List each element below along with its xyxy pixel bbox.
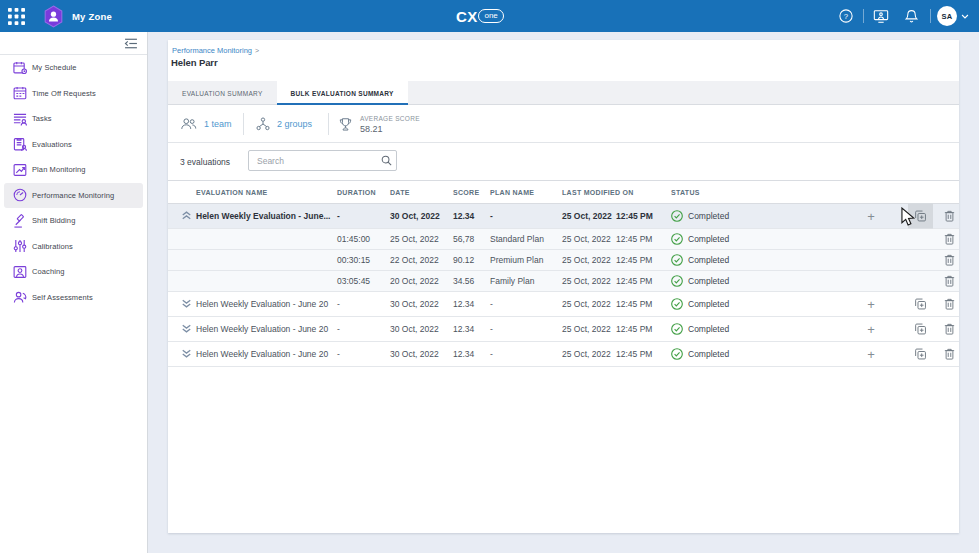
table-row[interactable]: Helen Weekly Evaluation - June...-30 Oct… — [168, 204, 959, 229]
modified-date-value: 25 Oct, 2022 — [562, 211, 612, 221]
copy-icon[interactable] — [908, 292, 933, 317]
sidebar-item-label: Plan Monitoring — [32, 165, 86, 174]
table-subrow[interactable]: 01:45:0025 Oct, 202256,78Standard Plan25… — [168, 229, 959, 250]
trash-icon[interactable] — [941, 298, 957, 310]
sidebar-item-label: Tasks — [32, 114, 52, 123]
notifications-bell-icon[interactable] — [904, 0, 918, 32]
duration-value: 01:45:00 — [337, 234, 370, 244]
trash-icon[interactable] — [941, 254, 957, 266]
stats-row: 1 team 2 groups AVERAGE SCORE 58.21 — [168, 105, 959, 143]
add-icon[interactable]: + — [864, 322, 878, 337]
col-status[interactable]: STATUS — [671, 189, 700, 196]
tasks-icon — [13, 112, 27, 126]
copy-icon[interactable] — [908, 342, 933, 367]
trash-icon[interactable] — [941, 210, 957, 222]
sidebar-item-performance-monitoring[interactable]: Performance Monitoring — [4, 183, 143, 209]
groups-icon — [256, 117, 270, 131]
trash-icon[interactable] — [941, 323, 957, 335]
col-date[interactable]: DATE — [390, 189, 410, 196]
help-icon[interactable]: ? — [838, 0, 854, 32]
expand-row-icon[interactable] — [181, 349, 192, 360]
sidebar-item-calibrations[interactable]: Calibrations — [4, 234, 143, 260]
sidebar-item-label: My Schedule — [32, 63, 76, 72]
breadcrumb[interactable]: Performance Monitoring> — [172, 46, 259, 55]
table-header: EVALUATION NAME DURATION DATE SCORE PLAN… — [168, 180, 959, 204]
trash-icon[interactable] — [941, 275, 957, 287]
time-off-requests-icon — [13, 86, 27, 100]
screen-share-icon[interactable] — [872, 0, 889, 32]
status-badge: Completed — [671, 275, 729, 287]
sidebar-item-tasks[interactable]: Tasks — [4, 106, 143, 132]
topbar-separator — [930, 9, 931, 23]
breadcrumb-chevron-icon: > — [255, 47, 259, 54]
add-icon[interactable]: + — [864, 347, 878, 362]
plan-monitoring-icon — [13, 163, 27, 177]
col-evaluation-name[interactable]: EVALUATION NAME — [196, 189, 268, 196]
modified-time-value: 12:45 PM — [616, 234, 652, 244]
user-avatar[interactable]: SA — [937, 0, 957, 32]
tab-bulk-evaluation-summary[interactable]: BULK EVALUATION SUMMARY — [277, 81, 408, 105]
sidebar-item-my-schedule[interactable]: My Schedule — [4, 55, 143, 81]
table-subrow[interactable]: 03:05:4520 Oct, 202234.56Family Plan25 O… — [168, 271, 959, 292]
table-row[interactable]: Helen Weekly Evaluation - June 20-30 Oct… — [168, 342, 959, 367]
table-row[interactable]: Helen Weekly Evaluation - June 20-30 Oct… — [168, 292, 959, 317]
stats-separator — [243, 113, 244, 135]
trash-icon[interactable] — [941, 233, 957, 245]
expand-row-icon[interactable] — [181, 299, 192, 310]
average-score-label: AVERAGE SCORE — [360, 114, 420, 123]
team-stat[interactable]: 1 team — [180, 105, 232, 143]
table-row[interactable]: Helen Weekly Evaluation - June 20-30 Oct… — [168, 317, 959, 342]
status-completed-icon — [671, 254, 683, 266]
plan-name-value: Premium Plan — [490, 255, 543, 265]
sidebar-item-coaching[interactable]: Coaching — [4, 259, 143, 285]
col-score[interactable]: SCORE — [453, 189, 479, 196]
performance-monitoring-icon — [13, 188, 27, 202]
search-icon[interactable] — [376, 155, 396, 166]
status-badge: Completed — [671, 210, 729, 222]
sidebar-item-plan-monitoring[interactable]: Plan Monitoring — [4, 157, 143, 183]
cxone-logo: CX one — [456, 0, 504, 32]
copy-icon[interactable] — [908, 317, 933, 342]
average-score-value: 58.21 — [360, 123, 420, 135]
search-input[interactable] — [249, 156, 376, 166]
trophy-icon — [338, 117, 353, 132]
evaluations-icon — [13, 137, 27, 151]
expand-row-icon[interactable] — [181, 324, 192, 335]
col-plan-name[interactable]: PLAN NAME — [490, 189, 534, 196]
status-badge: Completed — [671, 233, 729, 245]
plan-name-value: Family Plan — [490, 276, 534, 286]
my-schedule-icon — [13, 61, 27, 75]
add-icon[interactable]: + — [864, 209, 878, 224]
average-score-stat: AVERAGE SCORE 58.21 — [338, 105, 420, 143]
search-box[interactable] — [248, 150, 397, 171]
table-subrow[interactable]: 00:30:1522 Oct, 202290.12Premium Plan25 … — [168, 250, 959, 271]
sidebar-item-self-assessments[interactable]: Self Assessments — [4, 285, 143, 311]
col-last-modified[interactable]: LAST MODIFIED ON — [562, 189, 634, 196]
col-duration[interactable]: DURATION — [337, 189, 376, 196]
modified-date-value: 25 Oct, 2022 — [562, 276, 611, 286]
sidebar-item-shift-bidding[interactable]: Shift Bidding — [4, 208, 143, 234]
modified-date-value: 25 Oct, 2022 — [562, 299, 611, 309]
sidebar-item-time-off-requests[interactable]: Time Off Requests — [4, 81, 143, 107]
shift-bidding-icon — [13, 214, 27, 228]
groups-stat[interactable]: 2 groups — [256, 105, 312, 143]
search-row: 3 evaluations — [168, 143, 959, 180]
collapse-row-icon[interactable] — [181, 211, 192, 222]
date-value: 30 Oct, 2022 — [390, 299, 439, 309]
sidebar-nav: My ScheduleTime Off RequestsTasksEvaluat… — [0, 55, 147, 310]
evaluations-count: 3 evaluations — [180, 157, 230, 167]
score-value: 12.34 — [453, 211, 474, 221]
tab-evaluation-summary[interactable]: EVALUATION SUMMARY — [168, 81, 277, 105]
date-value: 22 Oct, 2022 — [390, 255, 439, 265]
apps-grid-icon[interactable] — [0, 0, 32, 32]
sidebar-item-evaluations[interactable]: Evaluations — [4, 132, 143, 158]
collapse-sidebar-icon[interactable] — [124, 38, 138, 49]
plan-name-value: - — [490, 349, 493, 359]
status-badge: Completed — [671, 298, 729, 310]
add-icon[interactable]: + — [864, 297, 878, 312]
plan-name-value: - — [490, 211, 493, 221]
trash-icon[interactable] — [941, 348, 957, 360]
my-zone-app-icon[interactable] — [43, 5, 64, 28]
stats-separator — [328, 113, 329, 135]
avatar-chevron-icon[interactable] — [959, 0, 971, 32]
